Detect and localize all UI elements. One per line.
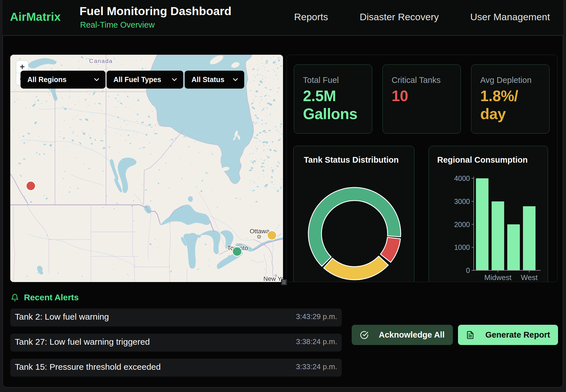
- svg-text:2000: 2000: [454, 220, 470, 228]
- svg-text:Midwest: Midwest: [484, 273, 512, 282]
- svg-text:Canada: Canada: [89, 58, 113, 64]
- svg-text:New York: New York: [263, 275, 283, 282]
- svg-text:1000: 1000: [454, 243, 470, 251]
- svg-text:West: West: [521, 273, 538, 282]
- svg-text:3000: 3000: [454, 197, 470, 205]
- svg-text:Ottawa: Ottawa: [250, 228, 270, 235]
- svg-text:4000: 4000: [454, 174, 470, 182]
- svg-text:0: 0: [466, 266, 470, 274]
